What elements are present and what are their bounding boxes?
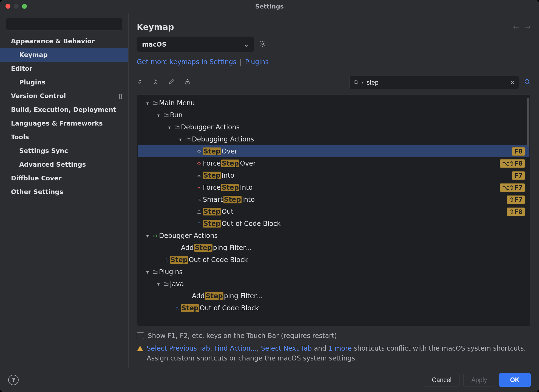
ok-button[interactable]: OK: [499, 373, 531, 387]
tree-chevron-icon[interactable]: [166, 124, 173, 130]
tree-row-label: Add Stepping Filter...: [181, 244, 525, 252]
shortcut-badge: ⇧F7: [507, 195, 525, 204]
tree-chevron-icon[interactable]: [177, 137, 184, 142]
tree-row-label: Step Out of Code Block: [203, 220, 525, 228]
svg-point-13: [154, 235, 156, 237]
tree-row[interactable]: Step Out⇧F8: [138, 206, 529, 218]
get-keymaps-link[interactable]: Get more keymaps in Settings: [137, 58, 237, 66]
svg-rect-15: [140, 350, 140, 350]
sidebar-item-other-settings[interactable]: Other Settings: [0, 185, 128, 199]
sidebar-item-label: Version Control: [11, 92, 66, 100]
action-search-field[interactable]: ▾ ✕: [349, 76, 519, 89]
tree-row[interactable]: Add Stepping Filter...: [138, 290, 529, 302]
edit-shortcut-icon[interactable]: [169, 79, 175, 86]
collapse-all-icon[interactable]: [153, 79, 159, 86]
tree-row[interactable]: Step Out of Code Block: [138, 302, 529, 314]
sidebar-item-label: Plugins: [19, 79, 46, 86]
force-over-icon: [195, 161, 203, 166]
folder-icon: [151, 269, 159, 275]
tree-row[interactable]: Step IntoF7: [138, 169, 529, 181]
sidebar-item-version-control[interactable]: Version Control▯: [0, 89, 128, 103]
conflict-link[interactable]: Find Action...: [214, 345, 257, 352]
tree-row[interactable]: Step Out of Code Block: [138, 218, 529, 230]
titlebar: Settings: [0, 0, 539, 13]
sidebar-item-languages-frameworks[interactable]: Languages & Frameworks: [0, 117, 128, 130]
tree-row[interactable]: Main Menu: [138, 97, 529, 109]
step-out-block-icon: [162, 257, 170, 263]
keymap-tree[interactable]: Main MenuRunDebugger ActionsDebugging Ac…: [137, 95, 531, 326]
tree-row-label: Run: [170, 111, 525, 119]
shortcut-badge: ⇧F8: [507, 208, 525, 216]
svg-point-5: [525, 79, 529, 83]
chevron-right-icon: [11, 133, 15, 141]
sidebar-item-label: Build, Execution, Deployment: [11, 106, 116, 113]
tree-row[interactable]: Java: [138, 278, 529, 290]
chevron-right-icon: [11, 37, 15, 45]
plugins-link[interactable]: Plugins: [245, 58, 269, 66]
svg-rect-14: [140, 348, 140, 349]
tree-row[interactable]: Debugger Actions: [138, 230, 529, 242]
sidebar-item-build-execution-deployment[interactable]: Build, Execution, Deployment: [0, 103, 128, 117]
tree-chevron-icon[interactable]: [155, 281, 162, 287]
window-title: Settings: [0, 3, 539, 10]
conflict-link[interactable]: Select Next Tab: [261, 345, 312, 352]
warning-icon[interactable]: [185, 79, 191, 86]
tree-row[interactable]: Debugger Actions: [138, 121, 529, 133]
sidebar-item-label: Advanced Settings: [19, 161, 86, 168]
page-title: Keymap: [137, 22, 174, 32]
tree-row-label: Plugins: [159, 268, 525, 276]
tree-row-label: Step Out of Code Block: [181, 304, 525, 312]
folder-icon: [151, 100, 159, 106]
project-level-icon: ▯: [119, 92, 122, 100]
tree-row[interactable]: Force Step Into⌥⇧F7: [138, 181, 529, 194]
tree-row-label: Debugger Actions: [159, 232, 525, 240]
shortcut-badge: ⌥⇧F7: [500, 183, 525, 192]
tree-row[interactable]: Force Step Over⌥⇧F8: [138, 157, 529, 169]
back-button[interactable]: ←: [513, 22, 519, 32]
sidebar-item-keymap[interactable]: Keymap: [0, 48, 128, 62]
tree-row-label: Main Menu: [159, 99, 525, 107]
find-by-shortcut-icon[interactable]: [524, 79, 531, 87]
sidebar-item-tools[interactable]: Tools: [0, 130, 128, 144]
touchbar-checkbox[interactable]: [137, 332, 144, 339]
step-out-block-icon: [195, 221, 203, 226]
sidebar-item-editor[interactable]: Editor: [0, 62, 128, 75]
expand-all-icon[interactable]: [137, 79, 143, 86]
tree-row-label: Step Out: [203, 208, 507, 215]
keymap-dropdown[interactable]: macOS ⌄: [137, 37, 254, 52]
tree-chevron-icon[interactable]: [144, 100, 151, 106]
tree-chevron-icon[interactable]: [144, 269, 151, 275]
search-history-chevron-icon[interactable]: ▾: [362, 81, 363, 84]
tree-row[interactable]: Smart Step Into⇧F7: [138, 194, 529, 206]
sidebar-item-advanced-settings[interactable]: Advanced Settings: [0, 158, 128, 171]
conflict-link[interactable]: Select Previous Tab: [147, 345, 210, 352]
sidebar-item-appearance-behavior[interactable]: Appearance & Behavior: [0, 34, 128, 48]
action-search-input[interactable]: [366, 79, 507, 87]
sidebar-item-diffblue-cover[interactable]: Diffblue Cover: [0, 171, 128, 185]
step-over-icon: [195, 149, 203, 154]
tree-row[interactable]: Debugging Actions: [138, 133, 529, 145]
help-button[interactable]: ?: [8, 375, 19, 385]
settings-search-input[interactable]: [6, 18, 122, 30]
conflict-link[interactable]: 1 more: [328, 345, 352, 352]
forward-button[interactable]: →: [524, 22, 531, 32]
sidebar-item-label: Diffblue Cover: [11, 175, 62, 182]
tree-row[interactable]: Plugins: [138, 266, 529, 278]
folder-icon: [173, 124, 181, 130]
tree-row[interactable]: Step OverF8: [138, 145, 529, 157]
sidebar-item-settings-sync[interactable]: Settings Sync: [0, 144, 128, 158]
tree-row[interactable]: Step Out of Code Block: [138, 254, 529, 266]
tree-chevron-icon[interactable]: [144, 233, 151, 239]
sidebar-item-plugins[interactable]: Plugins: [0, 75, 128, 89]
clear-search-icon[interactable]: ✕: [510, 79, 515, 86]
cancel-button[interactable]: Cancel: [424, 373, 459, 387]
tree-row[interactable]: Run: [138, 109, 529, 121]
search-icon: [353, 80, 359, 85]
shortcut-badge: ⌥⇧F8: [500, 159, 525, 168]
bug-icon: [151, 233, 159, 238]
shortcut-badge: F8: [512, 147, 525, 156]
tree-row[interactable]: Add Stepping Filter...: [138, 242, 529, 254]
tree-chevron-icon[interactable]: [155, 112, 162, 118]
gear-icon[interactable]: [259, 40, 266, 49]
tree-row-label: Debugging Actions: [192, 135, 525, 143]
